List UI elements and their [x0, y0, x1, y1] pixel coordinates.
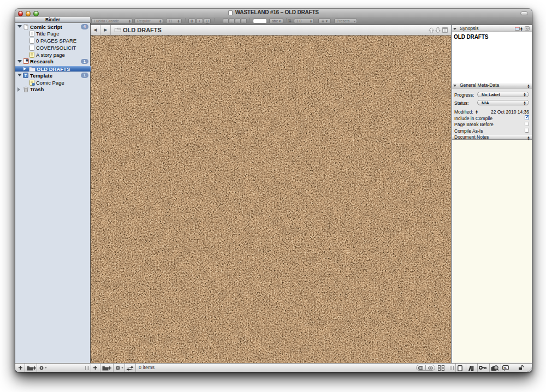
- svg-text:n.: n.: [504, 366, 507, 370]
- svg-text:T: T: [25, 73, 27, 77]
